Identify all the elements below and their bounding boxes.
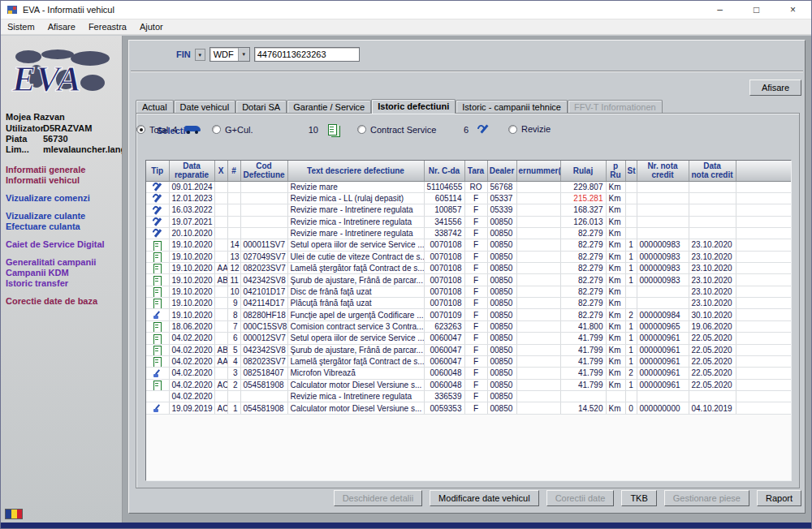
cell-tara: F <box>464 251 487 262</box>
table-row[interactable]: 19.10.2020 9 042114D17 Plăcuţă frână faţ… <box>146 298 791 309</box>
cell-unit: Km <box>606 227 625 239</box>
column-header[interactable]: Tip <box>146 161 169 181</box>
sidebar-link[interactable]: Vizualizare comenzi <box>6 193 122 204</box>
cell-tara: F <box>464 239 487 251</box>
sidebar-link[interactable]: Informatii vehicul <box>6 175 122 186</box>
cell-x <box>214 192 227 204</box>
table-row[interactable]: 18.06.2020 7 000C15SV8 Comision contract… <box>146 320 791 332</box>
vin-input[interactable] <box>254 47 360 62</box>
table-row[interactable]: 19.10.2020 8 08280HF18 Funcţie apel de u… <box>146 309 791 320</box>
user-info-row: Lim... mlevalauncher.langu <box>6 144 122 155</box>
action-button[interactable]: TKB <box>621 490 656 506</box>
sidebar-link[interactable]: Campanii KDM <box>6 268 122 278</box>
column-header[interactable]: Nr. nota credit <box>637 161 689 181</box>
close-button[interactable]: × <box>775 1 811 19</box>
fin-dropdown-arrow-icon[interactable]: ▼ <box>195 49 205 61</box>
radio-button[interactable] <box>357 125 366 134</box>
cell-nr <box>227 181 240 192</box>
bottom-button-row: Deschidere detaliiModificare date vehicu… <box>334 490 801 506</box>
combo-arrow-icon[interactable]: ▼ <box>238 48 249 61</box>
tab[interactable]: Istoric defectiuni <box>371 99 456 114</box>
column-header[interactable]: # <box>227 161 240 181</box>
wmi-combobox[interactable]: WDF ▼ <box>209 47 250 62</box>
column-header[interactable]: Cod Defectiune <box>240 161 287 181</box>
table-row[interactable]: 09.01.2024 Revizie mare 51104655 RO 5676… <box>146 181 791 192</box>
tab[interactable]: Istoric - campanii tehnice <box>456 100 568 114</box>
table-row[interactable]: 04.02.2020 AA 4 082023SV7 Lamelă ştergăt… <box>146 355 791 367</box>
table-row[interactable]: 04.02.2020 AC 2 054581908 Calculator mot… <box>146 379 791 390</box>
selection-option[interactable]: Total 4 <box>136 124 202 135</box>
sidebar-link[interactable]: Caiet de Service Digital <box>6 239 122 250</box>
cell-filler <box>736 379 791 390</box>
cell-dealer: 56768 <box>487 181 516 192</box>
column-header[interactable]: ernummer(s(e <box>516 161 560 181</box>
row-type-cell <box>146 320 169 332</box>
column-header[interactable] <box>736 161 791 181</box>
cell-rulaj: 82.279 <box>560 298 606 309</box>
action-button[interactable]: Raport <box>757 490 801 506</box>
table-row[interactable]: 19.10.2020 13 027049SV7 Ulei de cutie de… <box>146 251 791 262</box>
menu-item[interactable]: Afisare <box>41 22 82 32</box>
cell-nr: 1 <box>227 402 240 414</box>
column-header[interactable]: Rulaj <box>560 161 606 181</box>
sidebar-link[interactable]: Istoric transfer <box>6 278 122 289</box>
table-row[interactable]: 19.10.2020 14 000011SV7 Setul opera iilo… <box>146 239 791 251</box>
column-header[interactable]: Data nota credit <box>689 161 736 181</box>
tab[interactable]: FFV-T Informationen <box>568 100 663 114</box>
selection-option[interactable]: G+Cul. 10 <box>212 124 343 135</box>
radio-button[interactable] <box>136 125 145 134</box>
column-header[interactable]: Dealer <box>487 161 516 181</box>
tab[interactable]: Dotari SA <box>235 100 287 114</box>
row-type-cell <box>146 355 169 367</box>
table-row[interactable]: 19.10.2020 AB 11 042342SV8 Şurub de ajus… <box>146 274 791 286</box>
table-row[interactable]: 04.02.2020 Revizie mica - Intretinere re… <box>146 390 791 402</box>
action-button[interactable]: Corectii date <box>546 490 615 506</box>
tab[interactable]: Date vehicul <box>174 100 236 114</box>
radio-button[interactable] <box>508 125 517 134</box>
tab[interactable]: Actual <box>136 100 174 114</box>
table-row[interactable]: 19.10.2020 AA 12 082023SV7 Lamelă ştergă… <box>146 263 791 274</box>
table-row[interactable]: 19.07.2021 Revizie mica - Intretinere re… <box>146 216 791 227</box>
column-header[interactable]: Tara <box>464 161 487 181</box>
cell-data-reparatie: 12.01.2023 <box>169 192 214 204</box>
table-row[interactable]: 04.02.2020 6 000012SV7 Setul opera iilor… <box>146 333 791 344</box>
column-header[interactable]: St <box>625 161 637 181</box>
minimize-button[interactable]: – <box>702 1 738 19</box>
table-row[interactable]: 16.03.2022 Revizie mare - Intretinere re… <box>146 204 791 216</box>
table-row[interactable]: 19.10.2020 10 042101D17 Disc de frână fa… <box>146 286 791 297</box>
table-row[interactable]: 19.09.2019 AC 1 054581908 Calculator mot… <box>146 402 791 414</box>
action-button[interactable]: Modificare date vehicul <box>430 490 539 506</box>
sidebar-link[interactable]: Generalitati campanii <box>6 257 122 268</box>
romania-flag-icon <box>5 509 23 519</box>
table-row[interactable]: 20.10.2020 Revizie mare - Intretinere re… <box>146 227 791 239</box>
column-header[interactable]: Nr. C-da <box>424 161 464 181</box>
menu-item[interactable]: Fereastra <box>82 22 133 32</box>
maximize-button[interactable]: □ <box>738 1 775 19</box>
row-type-icon <box>152 287 162 297</box>
action-button[interactable]: Gestionare piese <box>664 490 749 506</box>
sidebar-link[interactable]: Informatii generale <box>6 165 122 175</box>
sidebar-link[interactable]: Vizualizare culante <box>6 211 122 221</box>
cell-nr-nota-credit <box>637 227 689 239</box>
tab[interactable]: Garantie / Service <box>287 100 371 114</box>
menubar: SistemAfisareFereastraAjutor <box>1 19 811 35</box>
column-header[interactable]: Text descriere defectiune <box>287 161 424 181</box>
sidebar-link[interactable]: Corectie date de baza <box>6 296 122 307</box>
selection-option[interactable]: Contract Service 6 <box>357 124 494 135</box>
radio-button[interactable] <box>212 125 221 134</box>
table-row[interactable]: 04.02.2020 3 082518407 Microfon Vibrează… <box>146 368 791 379</box>
selection-option[interactable]: Revizie <box>508 124 648 134</box>
table-row[interactable]: 12.01.2023 Revizie mica - LL (rulaj depa… <box>146 192 791 204</box>
table-row[interactable]: 04.02.2020 AB 5 042342SV8 Şurub de ajust… <box>146 344 791 355</box>
menu-item[interactable]: Ajutor <box>133 22 170 32</box>
column-header[interactable]: X <box>214 161 227 181</box>
afisare-button[interactable]: Afisare <box>749 80 801 96</box>
action-button[interactable]: Deschidere detalii <box>334 490 422 506</box>
menu-item[interactable]: Sistem <box>1 22 41 32</box>
column-header[interactable]: p Ru <box>606 161 625 181</box>
sidebar-link[interactable]: Efectuare culanta <box>6 221 122 232</box>
cell-st <box>625 298 637 309</box>
cell-rulaj: 41.799 <box>560 368 606 379</box>
cell-nr-nota-credit <box>637 286 689 297</box>
column-header[interactable]: Data reparatie <box>169 161 214 181</box>
